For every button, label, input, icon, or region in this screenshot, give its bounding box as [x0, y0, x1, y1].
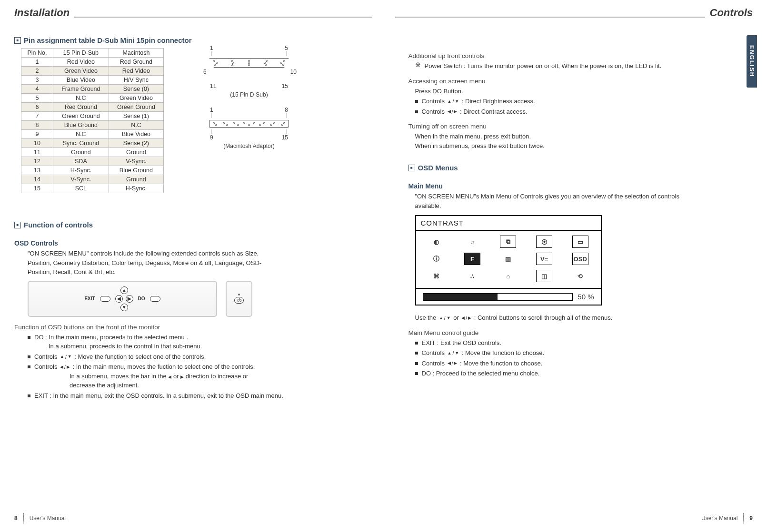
osd-menu-icon[interactable]: OSD — [572, 253, 588, 265]
bullet-icon — [415, 352, 418, 355]
guide-exit: EXIT : Exit the OSD controls. — [422, 338, 501, 348]
table-row: 13H-Sync.Blue Ground — [21, 166, 164, 175]
guide-ud-suf: : Move the function to choose. — [460, 349, 544, 356]
exit-button[interactable] — [100, 296, 110, 302]
bullet-icon — [28, 394, 30, 397]
connector-mac: 18 915 (Macintosh Adaptor) — [209, 107, 289, 149]
down-button[interactable]: ▼ — [120, 304, 128, 311]
section-osd-title: OSD Menus — [395, 164, 753, 172]
up-down-icon: ▲/▼ — [439, 315, 451, 322]
table-cell: Blue Ground — [53, 121, 109, 130]
osd-menu-icon[interactable]: ⌘ — [428, 270, 444, 282]
section-pin-label: Pin assignment table D-Sub Mini 15pin co… — [24, 36, 192, 44]
brightness-pre: Controls — [422, 98, 447, 105]
dsub-lbl-11: 11 — [210, 83, 216, 89]
page-title-right: Controls — [710, 7, 753, 19]
bullet-icon — [415, 110, 418, 113]
table-row: 15SCLH-Sync. — [21, 184, 164, 193]
front-panel: EXIT ▲ ◀ ▶ ▼ DO — [28, 281, 217, 317]
table-row: 6Red GroundGreen Ground — [21, 103, 164, 112]
table-cell: V-Sync. — [109, 157, 163, 166]
osd-menu-icon[interactable]: ⌂ — [500, 270, 516, 282]
table-cell: SCL — [53, 184, 109, 193]
right-button[interactable]: ▶ — [126, 295, 133, 303]
table-cell: 15 — [21, 184, 53, 193]
section-function-title: Function of controls — [14, 221, 372, 229]
table-cell: 9 — [21, 130, 53, 139]
left-right-icon: ◀/▶ — [448, 360, 458, 367]
ctrl-lr-pre: Controls — [34, 363, 59, 370]
main-menu-heading: Main Menu — [395, 182, 753, 190]
table-cell: Green Ground — [53, 112, 109, 121]
flower-icon: ※ — [415, 61, 421, 68]
table-cell: Sync. Ground — [53, 139, 109, 148]
left-right-icon: ◀/▶ — [60, 364, 70, 371]
page-title-left: Installation — [14, 7, 70, 19]
footer-left: 8 User's Manual — [14, 513, 66, 523]
pin-th-0: Pin No. — [21, 49, 53, 58]
left-right-icon: ◀/▶ — [461, 315, 471, 322]
table-cell: 12 — [21, 157, 53, 166]
osd-menu-icon[interactable]: ⟲ — [572, 270, 588, 282]
osd-bar[interactable] — [423, 293, 573, 301]
use-mid: or — [453, 314, 460, 321]
table-cell: 7 — [21, 112, 53, 121]
osd-menu-icon[interactable]: V= — [536, 253, 552, 265]
accessing-heading: Accessing on screen menu — [395, 78, 753, 85]
osd-menu-icon[interactable]: F — [464, 253, 480, 265]
footer-label-right: User's Manual — [701, 515, 737, 522]
brightness-suf: : Direct Brightness access. — [460, 98, 535, 105]
page-number-right: 9 — [749, 515, 753, 522]
ctrl-ud-pre: Controls — [34, 353, 59, 360]
table-row: 1Red VideoRed Ground — [21, 58, 164, 67]
guide-heading: Main Menu control guide — [395, 329, 753, 336]
bullet-icon — [28, 355, 30, 358]
osd-menu-icon[interactable]: ⧉ — [500, 236, 516, 248]
table-cell: 6 — [21, 103, 53, 112]
section-marker-icon — [14, 37, 21, 44]
table-cell: 1 — [21, 58, 53, 67]
mac-lbl-9: 9 — [210, 134, 213, 141]
table-cell: 4 — [21, 85, 53, 94]
table-cell: Frame Ground — [53, 85, 109, 94]
osd-value: 50 % — [578, 293, 594, 301]
section-marker-icon — [408, 165, 415, 171]
do-desc-1: DO : In the main menu, proceeds to the s… — [34, 334, 188, 341]
table-cell: Red Video — [109, 67, 163, 76]
osd-menu-icon[interactable]: ∴ — [464, 270, 480, 282]
power-button[interactable]: ⏻ — [234, 297, 244, 304]
table-cell: Ground — [53, 148, 109, 157]
table-row: 7Green GroundSense (1) — [21, 112, 164, 121]
up-button[interactable]: ▲ — [120, 286, 128, 294]
exit-desc: EXIT : In the main menu, exit the OSD co… — [34, 391, 283, 401]
turnoff-1: When in the main menu, press exit button… — [415, 132, 753, 141]
guide-lr-suf: : Move the function to choose. — [458, 360, 542, 367]
table-cell: H-Sync. — [109, 184, 163, 193]
left-button[interactable]: ◀ — [115, 295, 123, 303]
do-desc-2: In a submenu, proceeds to the control in… — [34, 342, 202, 351]
osd-menu-icon[interactable]: ▥ — [500, 253, 516, 265]
bullet-icon — [28, 336, 30, 339]
footer-right: User's Manual 9 — [701, 513, 753, 523]
section-osd-label: OSD Menus — [418, 164, 458, 172]
osd-buttons-heading: Function of OSD buttons on the front of … — [14, 324, 372, 331]
exit-label: EXIT — [84, 296, 95, 301]
osd-menu-icon[interactable]: ⦿ — [536, 236, 552, 248]
section-marker-icon — [14, 222, 21, 228]
turnoff-heading: Turning off on screen menu — [395, 123, 753, 130]
osd-menu-icon[interactable]: ◫ — [536, 270, 552, 282]
table-cell: 13 — [21, 166, 53, 175]
guide-do: DO : Proceed to the selected menu choice… — [422, 369, 540, 378]
osd-menu-icon[interactable]: ▭ — [572, 236, 588, 248]
table-cell: 3 — [21, 76, 53, 85]
osd-menu-icon[interactable]: ⓘ — [428, 253, 444, 265]
contrast-suf: : Direct Contrast access. — [458, 108, 527, 115]
table-row: 3Blue VideoH/V Sync — [21, 76, 164, 85]
dsub-lbl-1: 1 — [210, 45, 213, 51]
osd-menu-icon[interactable]: ☼ — [464, 236, 480, 248]
osd-controls-desc: "ON SCREEN MENU" controls include the fo… — [14, 249, 281, 277]
power-panel: ⏻ — [226, 281, 252, 317]
table-cell: Blue Video — [53, 76, 109, 85]
do-button[interactable] — [150, 296, 160, 302]
osd-menu-icon[interactable]: ◐ — [428, 236, 444, 248]
